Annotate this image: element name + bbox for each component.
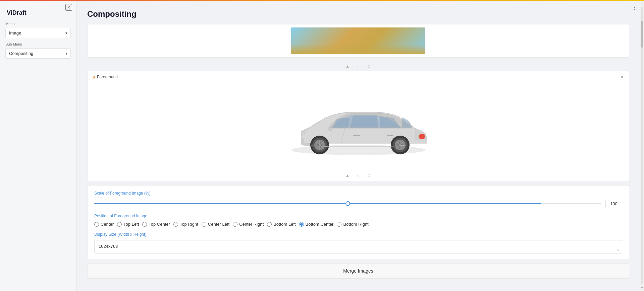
fg-ctrl-circle[interactable]: ○ [355, 172, 362, 179]
fg-panel-header: ⊞ Foreground × [88, 71, 629, 83]
svg-rect-5 [387, 135, 393, 136]
radio-center[interactable]: Center [94, 222, 114, 227]
position-options-row: Center Top Left Top Center Top Right [94, 222, 622, 227]
main-content-area: ⋮ Compositing ▲ ○ □ ⊞ Foreground × [76, 0, 640, 291]
radio-top-left[interactable]: Top Left [117, 222, 139, 227]
display-size-value-box: 1024x768 ⤡ [94, 240, 622, 253]
background-image [291, 27, 425, 54]
scale-value-box: 100 [605, 199, 622, 208]
radio-bottom-left-input[interactable] [267, 222, 272, 227]
fg-ctrl-up[interactable]: ▲ [344, 172, 351, 179]
radio-center-right-label: Center Right [239, 222, 264, 227]
bg-ctrl-up[interactable]: ▲ [344, 63, 351, 70]
scale-slider[interactable] [94, 203, 601, 204]
radio-bottom-center-input[interactable] [299, 222, 304, 227]
submenu-label: Sub Menu [5, 42, 71, 46]
radio-top-right-input[interactable] [173, 222, 178, 227]
svg-rect-4 [353, 135, 360, 136]
radio-bottom-right-input[interactable] [337, 222, 341, 227]
radio-center-input[interactable] [94, 222, 99, 227]
scrollbar: ▲ ▼ [640, 0, 644, 291]
menu-select[interactable]: Image [5, 28, 71, 38]
radio-bottom-left-label: Bottom Left [273, 222, 296, 227]
radio-center-right-input[interactable] [233, 222, 237, 227]
fg-close-button[interactable]: × [619, 74, 625, 80]
fg-panel-title-row: ⊞ Foreground [92, 75, 118, 79]
bg-ctrl-square[interactable]: □ [366, 63, 372, 70]
radio-top-center-input[interactable] [142, 222, 147, 227]
radio-center-left[interactable]: Center Left [202, 222, 229, 227]
fg-panel-controls: ▲ ○ □ [88, 170, 629, 181]
radio-top-right[interactable]: Top Right [173, 222, 198, 227]
scale-slider-row: 100 [94, 199, 622, 208]
radio-center-right[interactable]: Center Right [233, 222, 264, 227]
scrollbar-track[interactable] [641, 7, 643, 284]
radio-top-center[interactable]: Top Center [142, 222, 170, 227]
page-header: Compositing [76, 0, 640, 24]
radio-top-center-label: Top Center [149, 222, 170, 227]
radio-center-label: Center [101, 222, 114, 227]
scrollbar-down-button[interactable]: ▼ [640, 284, 644, 291]
resize-handle-icon[interactable]: ⤡ [616, 248, 621, 252]
display-size-value: 1024x768 [99, 244, 118, 249]
car-image [281, 91, 435, 162]
radio-top-left-input[interactable] [117, 222, 122, 227]
merge-button[interactable]: Merge Images [88, 264, 629, 278]
radio-top-right-label: Top Right [180, 222, 198, 227]
submenu-select[interactable]: Compositing [5, 48, 71, 59]
background-panel [87, 24, 629, 58]
bg-panel-controls: ▲ ○ □ [87, 62, 629, 71]
display-size-label: Display Size (Width x Height) [94, 232, 622, 237]
fg-ctrl-square[interactable]: □ [366, 172, 372, 179]
app-title: ViDraft [0, 0, 76, 22]
radio-bottom-right[interactable]: Bottom Right [337, 222, 368, 227]
fg-panel-label: Foreground [97, 75, 118, 79]
radio-bottom-left[interactable]: Bottom Left [267, 222, 296, 227]
bg-ctrl-circle[interactable]: ○ [355, 63, 362, 70]
menu-label: Menu [5, 22, 71, 26]
radio-center-left-label: Center Left [208, 222, 229, 227]
radio-bottom-center-label: Bottom Center [306, 222, 334, 227]
radio-bottom-right-label: Bottom Right [343, 222, 368, 227]
menu-section: Menu Image [0, 22, 76, 42]
sidebar: × ViDraft Menu Image Sub Menu Compositin… [0, 0, 76, 291]
radio-bottom-center[interactable]: Bottom Center [299, 222, 334, 227]
fg-image-area [88, 83, 629, 170]
svg-point-1 [419, 134, 425, 139]
sidebar-close-button[interactable]: × [65, 4, 72, 11]
position-label: Position of Foreground Image [94, 214, 622, 218]
foreground-panel: ⊞ Foreground × [87, 71, 629, 181]
page-title: Compositing [87, 9, 629, 19]
scale-control: Scale of Foreground Image (%) 100 [94, 191, 622, 208]
scroll-content[interactable]: ▲ ○ □ ⊞ Foreground × [76, 24, 640, 291]
controls-card: Scale of Foreground Image (%) 100 Positi… [87, 185, 629, 259]
radio-top-left-label: Top Left [123, 222, 139, 227]
submenu-select-wrapper: Compositing [5, 48, 71, 59]
scrollbar-up-button[interactable]: ▲ [640, 0, 644, 7]
top-right-menu-icon[interactable]: ⋮ [631, 3, 637, 11]
submenu-section: Sub Menu Compositing [0, 42, 76, 63]
display-size-control: Display Size (Width x Height) 1024x768 ⤡ [94, 232, 622, 253]
scale-label: Scale of Foreground Image (%) [94, 191, 622, 196]
fg-icon: ⊞ [92, 75, 95, 79]
merge-card: Merge Images [87, 263, 629, 279]
scrollbar-thumb[interactable] [641, 21, 643, 48]
menu-select-wrapper: Image [5, 28, 71, 38]
radio-center-left-input[interactable] [202, 222, 206, 227]
position-control: Position of Foreground Image Center Top … [94, 214, 622, 227]
